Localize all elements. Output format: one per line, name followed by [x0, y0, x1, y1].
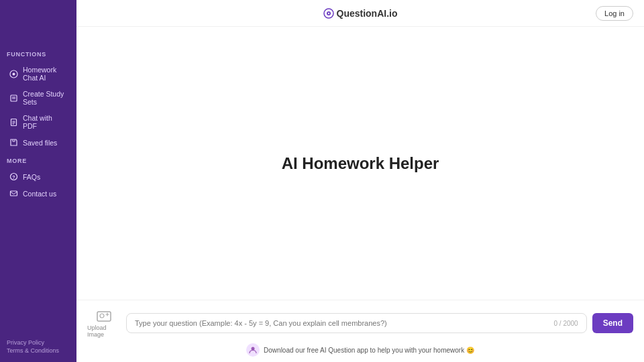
saved-icon — [9, 138, 18, 147]
svg-text:?: ? — [12, 175, 15, 180]
svg-rect-11 — [11, 191, 17, 196]
sidebar-item-saved-files-label: Saved files — [23, 139, 57, 147]
main-content: AI Homework Helper — [76, 27, 644, 300]
brand-logo: QuestionAI.io — [323, 8, 398, 19]
brand-name: QuestionAI.io — [337, 8, 398, 19]
chat-icon — [9, 70, 18, 78]
contact-icon — [9, 189, 18, 198]
bottom-area: Upload Image 0 / 2000 Send Download our … — [76, 300, 644, 362]
privacy-policy-link[interactable]: Privacy Policy — [7, 339, 70, 346]
sidebar-item-study-sets[interactable]: Create Study Sets — [3, 86, 74, 109]
functions-section-label: FUNCTIONS — [0, 51, 76, 58]
login-button[interactable]: Log in — [596, 6, 633, 21]
main-area: QuestionAI.io Log in AI Homework Helper … — [76, 0, 644, 362]
sidebar-item-chat-pdf-label: Chat with PDF — [23, 114, 67, 130]
sidebar-item-saved-files[interactable]: Saved files — [3, 135, 74, 150]
sidebar-footer: Privacy Policy Terms & Conditions — [0, 339, 76, 354]
question-input-wrapper: 0 / 2000 — [126, 313, 587, 333]
more-section-label: MORE — [0, 158, 76, 164]
app-banner: Download our free AI Question app to hel… — [87, 343, 633, 357]
svg-point-1 — [13, 72, 15, 75]
sidebar-item-homework-chat[interactable]: Homework Chat AI — [3, 62, 74, 85]
svg-point-16 — [100, 314, 104, 318]
upload-icon — [96, 308, 112, 323]
sidebar-item-contact[interactable]: Contact us — [3, 186, 74, 201]
sidebar-item-faqs[interactable]: ? FAQs — [3, 169, 74, 184]
topbar: QuestionAI.io Log in — [76, 0, 644, 27]
sidebar-item-homework-chat-label: Homework Chat AI — [23, 66, 67, 82]
question-input[interactable] — [135, 319, 549, 327]
study-icon — [9, 94, 18, 103]
svg-point-17 — [252, 347, 255, 351]
upload-area[interactable]: Upload Image — [87, 308, 121, 338]
terms-link[interactable]: Terms & Conditions — [7, 347, 70, 354]
send-button[interactable]: Send — [592, 313, 633, 333]
sidebar-item-chat-pdf[interactable]: Chat with PDF — [3, 111, 74, 133]
svg-point-14 — [327, 12, 329, 13]
upload-label: Upload Image — [87, 324, 121, 338]
pdf-icon — [9, 118, 18, 127]
banner-text: Download our free AI Question app to hel… — [264, 347, 474, 354]
sidebar-item-contact-label: Contact us — [23, 190, 56, 198]
char-count: 0 / 2000 — [554, 320, 578, 327]
avatar — [246, 343, 260, 357]
sidebar-item-faqs-label: FAQs — [23, 173, 40, 181]
page-title: AI Homework Helper — [282, 154, 439, 173]
sidebar-item-study-sets-label: Create Study Sets — [23, 90, 67, 106]
input-row: Upload Image 0 / 2000 Send — [87, 308, 633, 338]
sidebar: FUNCTIONS Homework Chat AI Create Study … — [0, 0, 76, 362]
faq-icon: ? — [9, 172, 18, 181]
brand-icon — [323, 8, 334, 19]
